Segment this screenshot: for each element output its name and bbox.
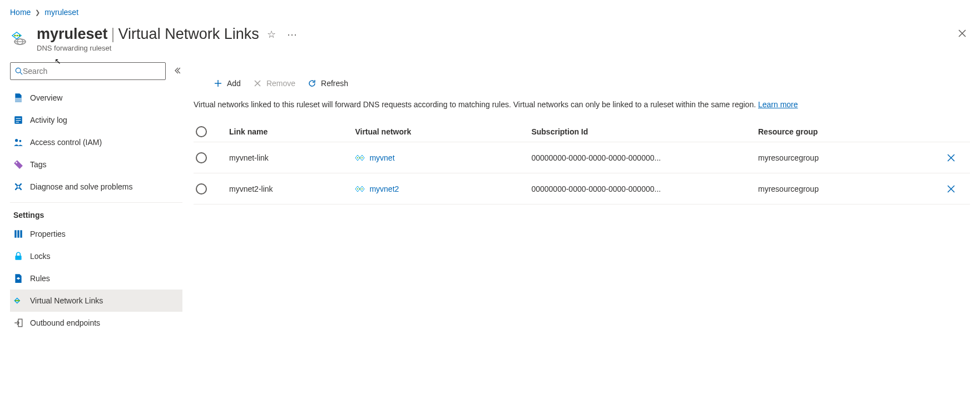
sidebar-item-vnet-links[interactable]: Virtual Network Links <box>10 290 182 312</box>
svg-point-27 <box>359 157 360 158</box>
col-subscription-id: Subscription Id <box>531 127 758 136</box>
col-resource-group: Resource group <box>758 127 934 136</box>
table-header: Link name Virtual network Subscription I… <box>194 122 970 142</box>
svg-point-24 <box>18 300 20 302</box>
sidebar-item-label: Access control (IAM) <box>30 138 102 147</box>
page-header: myruleset|Virtual Network Links ☆ ⋯ DNS … <box>10 26 970 52</box>
svg-point-28 <box>362 157 363 158</box>
sidebar-item-rules[interactable]: Rules <box>10 267 182 290</box>
svg-point-15 <box>19 140 21 142</box>
svg-point-17 <box>17 185 19 188</box>
sidebar-item-diagnose[interactable]: Diagnose and solve problems <box>10 176 182 198</box>
chevron-right-icon: ❯ <box>35 9 40 16</box>
breadcrumb-myruleset[interactable]: myruleset <box>44 8 78 17</box>
sidebar-item-properties[interactable]: Properties <box>10 223 182 245</box>
table-row: myvnet-link myvnet 00000000-0000-0000-00… <box>194 142 970 173</box>
svg-point-2 <box>16 34 18 36</box>
row-select-radio[interactable] <box>196 183 207 194</box>
sidebar-search[interactable] <box>10 62 166 80</box>
sidebar-item-locks[interactable]: Locks <box>10 245 182 267</box>
svg-rect-19 <box>17 230 19 238</box>
svg-rect-18 <box>14 230 16 238</box>
vnet-links-table: Link name Virtual network Subscription I… <box>194 122 970 205</box>
select-all-radio[interactable] <box>196 126 207 137</box>
dns-ruleset-icon <box>10 29 29 48</box>
sidebar-item-label: Outbound endpoints <box>30 318 100 327</box>
row-select-radio[interactable] <box>196 152 207 163</box>
svg-point-31 <box>362 188 363 189</box>
sidebar-item-overview[interactable]: Overview <box>10 87 182 109</box>
cell-resource-group: myresourcegroup <box>758 153 934 162</box>
delete-row-button[interactable] <box>934 185 968 193</box>
svg-point-23 <box>17 300 18 302</box>
vnet-icon <box>355 154 365 162</box>
svg-line-8 <box>20 72 22 74</box>
rules-icon <box>13 273 23 283</box>
svg-point-7 <box>16 68 21 73</box>
command-bar: Add Remove Refresh <box>214 73 970 93</box>
cell-subscription-id: 00000000-0000-0000-0000-000000... <box>531 153 758 162</box>
sidebar-item-tags[interactable]: Tags <box>10 153 182 176</box>
sidebar-item-label: Diagnose and solve problems <box>30 182 132 191</box>
page-title: myruleset|Virtual Network Links <box>37 26 259 43</box>
cell-link-name: myvnet-link <box>229 153 355 162</box>
svg-rect-11 <box>16 118 21 119</box>
svg-point-26 <box>357 157 358 158</box>
close-blade-button[interactable] <box>954 26 970 43</box>
x-icon <box>253 79 262 88</box>
cell-subscription-id: 00000000-0000-0000-0000-000000... <box>531 184 758 193</box>
document-icon <box>13 93 23 103</box>
delete-row-button[interactable] <box>934 154 968 162</box>
sidebar-item-label: Activity log <box>30 116 67 124</box>
refresh-icon <box>308 79 316 88</box>
sidebar: ↖ Overview Activity log Access control (… <box>10 62 182 334</box>
svg-rect-12 <box>16 120 21 121</box>
sidebar-item-label: Rules <box>30 274 50 283</box>
learn-more-link[interactable]: Learn more <box>758 100 798 109</box>
main-content: Add Remove Refresh Virtual networks link… <box>194 62 970 334</box>
refresh-button[interactable]: Refresh <box>308 79 348 88</box>
people-icon <box>13 137 23 147</box>
svg-point-29 <box>357 188 358 189</box>
svg-point-16 <box>16 162 17 163</box>
sidebar-item-activity-log[interactable]: Activity log <box>10 109 182 131</box>
breadcrumb: Home ❯ myruleset <box>10 8 970 17</box>
sidebar-section-settings: Settings <box>10 202 182 223</box>
table-row: myvnet2-link myvnet2 00000000-0000-0000-… <box>194 173 970 205</box>
cell-virtual-network-link[interactable]: myvnet <box>355 153 531 162</box>
activity-log-icon <box>13 115 23 125</box>
search-icon <box>15 67 23 75</box>
sidebar-item-label: Overview <box>30 93 62 102</box>
description-text: Virtual networks linked to this ruleset … <box>194 99 970 111</box>
svg-rect-21 <box>15 256 21 260</box>
remove-button: Remove <box>253 79 295 88</box>
svg-point-14 <box>15 139 18 142</box>
more-actions-icon[interactable]: ⋯ <box>284 26 300 43</box>
sidebar-item-label: Locks <box>30 252 51 261</box>
svg-rect-20 <box>20 230 22 238</box>
svg-point-22 <box>15 300 17 302</box>
tag-icon <box>13 159 23 169</box>
collapse-sidebar-icon[interactable] <box>171 64 182 78</box>
sidebar-item-access-control[interactable]: Access control (IAM) <box>10 131 182 153</box>
sidebar-item-outbound-endpoints[interactable]: Outbound endpoints <box>10 312 182 334</box>
breadcrumb-home[interactable]: Home <box>10 8 31 17</box>
svg-rect-9 <box>15 98 21 102</box>
cell-link-name: myvnet2-link <box>229 184 355 193</box>
favorite-star-icon[interactable]: ☆ <box>264 26 279 43</box>
resource-type-label: DNS forwarding ruleset <box>37 44 300 52</box>
svg-point-30 <box>359 188 360 189</box>
sidebar-item-label: Tags <box>30 160 47 169</box>
lock-icon <box>13 251 23 261</box>
svg-point-3 <box>18 34 20 36</box>
sidebar-item-label: Virtual Network Links <box>30 296 103 305</box>
vnet-icon <box>355 185 365 193</box>
vnet-link-icon <box>13 296 23 306</box>
svg-point-1 <box>14 34 16 36</box>
sidebar-search-input[interactable] <box>23 67 161 76</box>
cell-virtual-network-link[interactable]: myvnet2 <box>355 184 531 193</box>
add-button[interactable]: Add <box>214 79 241 88</box>
cell-resource-group: myresourcegroup <box>758 184 934 193</box>
outbound-icon <box>13 318 23 328</box>
plus-icon <box>214 79 222 88</box>
